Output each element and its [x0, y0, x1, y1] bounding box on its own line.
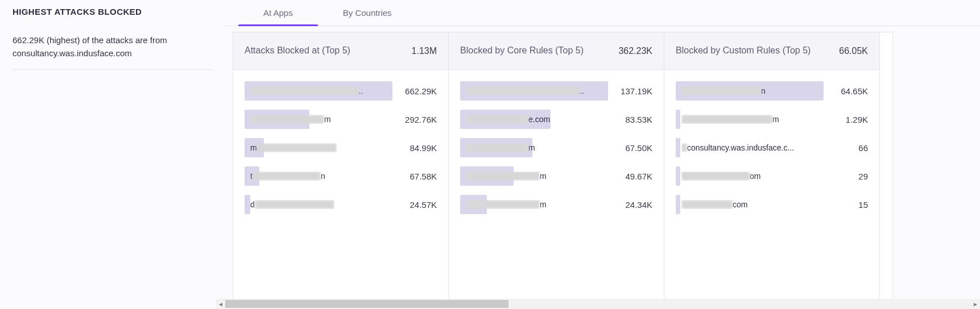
- redacted-text: [466, 200, 540, 209]
- bar-cell: m: [460, 166, 608, 186]
- tab-at-apps[interactable]: At Apps: [238, 0, 318, 26]
- redacted-text: [466, 143, 528, 152]
- bar-cell: d: [245, 195, 392, 214]
- highest-attack-summary: 662.29K (highest) of the attacks are fro…: [13, 29, 212, 70]
- redacted-text: [466, 86, 580, 95]
- bar-fill: [676, 110, 680, 129]
- label-prefix: d: [250, 200, 255, 209]
- list-item[interactable]: m1.29K: [676, 110, 868, 129]
- bar-cell: ..: [245, 81, 392, 101]
- list-item[interactable]: m84.99K: [245, 138, 437, 157]
- bar-label: m: [250, 143, 337, 152]
- tab-by-countries[interactable]: By Countries: [318, 0, 417, 26]
- list-item[interactable]: om29: [676, 166, 868, 186]
- label-suffix: e.com: [528, 115, 550, 124]
- redacted-text: [466, 172, 540, 181]
- bar-label: m: [466, 200, 547, 209]
- bar-fill: [676, 195, 680, 214]
- panel-body: n64.65Km1.29Kconsultancy.was.indusface.c…: [664, 70, 879, 308]
- panel-title: Blocked by Custom Rules (Top 5): [676, 45, 811, 57]
- label-suffix: n: [321, 172, 325, 181]
- bar-label: m: [466, 143, 535, 152]
- bar-cell: m: [676, 110, 824, 129]
- value: 67.50K: [608, 143, 652, 153]
- value: 67.58K: [392, 172, 437, 181]
- sidebar: HIGHEST ATTACKS BLOCKED 662.29K (highest…: [0, 0, 225, 309]
- redacted-text: [257, 143, 337, 152]
- panel-total: 1.13M: [412, 46, 437, 56]
- bar-label: ..: [466, 86, 584, 95]
- label-suffix: consultancy.was.indusface.c...: [687, 143, 794, 152]
- label-suffix: ..: [580, 86, 584, 95]
- main: At Apps By Countries Attacks Blocked at …: [225, 0, 980, 309]
- list-item[interactable]: ..137.19K: [460, 81, 652, 101]
- bar-cell: com: [676, 195, 824, 214]
- scroll-thumb[interactable]: [225, 300, 508, 308]
- panel-total: 362.23K: [618, 46, 652, 56]
- value: 24.34K: [608, 200, 652, 210]
- bar-fill: [676, 138, 680, 157]
- label-suffix: m: [324, 115, 331, 124]
- redacted-text: [255, 200, 334, 209]
- list-item[interactable]: tn67.58K: [245, 166, 437, 186]
- bar-cell: m: [460, 195, 608, 214]
- bar-label: consultancy.was.indusface.c...: [681, 143, 794, 152]
- panel-header: Blocked by Custom Rules (Top 5)66.05K: [664, 32, 879, 70]
- bar-label: om: [681, 172, 760, 181]
- list-item[interactable]: m49.67K: [460, 166, 652, 186]
- panel-total: 66.05K: [839, 46, 868, 56]
- bar-label: m: [250, 115, 331, 124]
- list-item[interactable]: d24.57K: [245, 195, 437, 214]
- value: 292.76K: [392, 115, 437, 124]
- redacted-text: [253, 172, 321, 181]
- value: 137.19K: [608, 86, 652, 96]
- panels-scroll-area: Attacks Blocked at (Top 5)1.13M..662.29K…: [225, 26, 980, 309]
- redacted-text: [681, 200, 733, 209]
- scroll-track[interactable]: [225, 299, 971, 308]
- bar-cell: m: [460, 138, 608, 157]
- list-item[interactable]: consultancy.was.indusface.c...66: [676, 138, 868, 157]
- horizontal-scrollbar[interactable]: ◄ ►: [216, 299, 980, 309]
- value: 49.67K: [608, 172, 652, 181]
- list-item[interactable]: e.com83.53K: [460, 110, 652, 129]
- value: 24.57K: [392, 200, 437, 210]
- label-suffix: m: [540, 172, 547, 181]
- bar-fill: [676, 166, 680, 186]
- list-item[interactable]: ..662.29K: [245, 81, 437, 101]
- bar-label: e.com: [466, 115, 550, 124]
- list-item[interactable]: m67.50K: [460, 138, 652, 157]
- layout: HIGHEST ATTACKS BLOCKED 662.29K (highest…: [0, 0, 980, 309]
- value: 83.53K: [608, 115, 652, 124]
- section-title: HIGHEST ATTACKS BLOCKED: [13, 7, 212, 29]
- bar-label: ..: [250, 86, 363, 95]
- label-suffix: m: [772, 115, 779, 124]
- value: 662.29K: [392, 86, 437, 96]
- redacted-text: [681, 86, 761, 95]
- label-suffix: om: [750, 172, 760, 181]
- label-prefix: m: [250, 143, 257, 152]
- panel-1: Blocked by Core Rules (Top 5)362.23K..13…: [448, 32, 664, 309]
- bar-label: tn: [250, 172, 325, 181]
- value: 29: [824, 172, 868, 181]
- redacted-text: [681, 172, 750, 181]
- list-item[interactable]: m292.76K: [245, 110, 437, 129]
- scroll-left-arrow-icon[interactable]: ◄: [216, 299, 225, 308]
- redacted-text: [466, 115, 528, 124]
- redacted-text: [681, 115, 772, 124]
- redacted-text: [681, 143, 687, 152]
- panel-title: Blocked by Core Rules (Top 5): [460, 45, 584, 57]
- bar-cell: tn: [245, 166, 392, 186]
- list-item[interactable]: m24.34K: [460, 195, 652, 214]
- bar-label: com: [681, 200, 747, 209]
- list-item[interactable]: n64.65K: [676, 81, 868, 101]
- scroll-right-arrow-icon[interactable]: ►: [971, 299, 980, 308]
- tabs: At Apps By Countries: [225, 0, 980, 26]
- bar-cell: om: [676, 166, 824, 186]
- value: 15: [824, 200, 868, 210]
- bar-cell: m: [245, 138, 392, 157]
- label-suffix: m: [528, 143, 535, 152]
- label-suffix: ..: [358, 86, 363, 95]
- bar-fill: [245, 195, 250, 214]
- list-item[interactable]: com15: [676, 195, 868, 214]
- bar-label: d: [250, 200, 334, 209]
